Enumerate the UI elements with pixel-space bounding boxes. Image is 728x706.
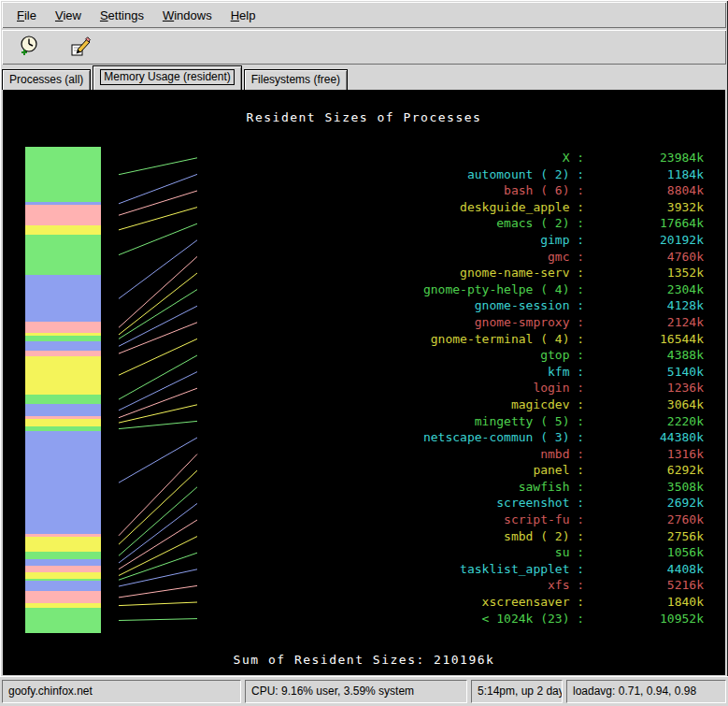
separator: : [570,266,592,280]
connector-line [119,273,197,335]
process-row: gnome-pty-helpe ( 4) : 2304k [411,281,704,298]
process-row: su : 1056k [411,544,704,561]
bar-segment [25,322,101,333]
process-name: gimp [411,232,570,249]
process-row: < 1024k (23) : 10952k [411,611,704,627]
process-row: panel : 6292k [411,462,704,479]
process-name: < 1024k (23) [411,611,570,627]
memory-usage-panel: Resident Sizes of Processes X : 23984kau… [3,90,725,675]
process-row: bash ( 6) : 8804k [411,182,704,199]
bar-segment [25,566,101,572]
bar-segment [25,581,101,591]
process-size: 10952k [592,611,704,627]
process-name: X [411,150,570,166]
separator: : [570,282,592,296]
stacked-bar [25,147,101,633]
menu-item-help[interactable]: Help [221,6,265,25]
edit-button[interactable] [65,34,97,62]
menu-item-file[interactable]: File [7,6,46,25]
connector-line [119,569,197,586]
connector-line [119,223,197,254]
process-row: gnome-smproxy : 2124k [411,314,704,331]
tab-memory-usage-resident[interactable]: Memory Usage (resident) [93,65,241,90]
connector-line [119,208,197,230]
process-row: mingetty ( 5) : 2220k [411,413,704,430]
bar-segment [25,404,101,416]
status-bar: goofy.chinfox.net CPU: 9.16% user, 3.59%… [0,676,728,706]
menu-item-settings[interactable]: Settings [91,6,153,25]
process-name: bash ( 6) [411,182,570,199]
separator: : [570,496,592,510]
process-row: gimp : 20192k [411,232,704,249]
gtop-window: FileViewSettingsWindowsHelp [0,0,728,706]
separator: : [570,298,592,312]
process-size: 1056k [592,544,704,561]
separator: : [570,430,592,444]
process-row: netscape-commun ( 3) : 44380k [411,429,704,446]
process-size: 16544k [592,331,704,348]
process-name: deskguide_apple [411,199,570,216]
separator: : [570,414,592,428]
tab-processes-all[interactable]: Processes (all) [2,69,91,90]
separator: : [570,183,592,197]
menu-item-windows[interactable]: Windows [153,6,221,25]
bar-segment [25,591,101,603]
process-size: 2756k [592,528,704,545]
timer-button[interactable] [13,34,45,62]
bar-segment [25,395,101,405]
separator: : [570,545,592,559]
bar-segment [25,419,101,426]
process-name: gnome-name-serv [411,265,570,281]
bar-segment [25,356,101,395]
connector-line [119,290,197,339]
bar-segment [25,235,101,276]
connector-line [119,602,197,606]
tab-filesystems-free[interactable]: Filesystems (free) [244,69,348,90]
connector-line [119,323,197,353]
uptime-panel: 5:14pm, up 2 days [471,680,563,703]
process-size: 4388k [592,347,704,364]
connector-lines [118,141,198,646]
hostname-panel: goofy.chinfox.net [2,680,241,703]
process-size: 20192k [592,232,704,249]
process-name: panel [411,462,570,479]
separator: : [570,529,592,543]
separator: : [570,348,592,362]
process-size: 6292k [592,462,704,479]
process-row: gnome-terminal ( 4) : 16544k [411,331,704,348]
process-size: 2304k [592,281,704,298]
process-name: kfm [411,364,570,381]
process-row: magicdev : 3064k [411,396,704,413]
sum-label: Sum of Resident Sizes: 210196k [3,653,725,667]
process-size: 4408k [592,561,704,578]
connector-line [119,520,197,569]
connector-line [119,619,197,621]
connector-line [119,585,197,598]
menu-item-view[interactable]: View [46,6,91,25]
separator: : [570,332,592,346]
separator: : [570,562,592,576]
process-name: mingetty ( 5) [411,413,570,430]
process-size: 8804k [592,182,704,199]
connector-line [119,339,197,375]
separator: : [570,167,592,181]
process-name: emacs ( 2) [411,215,570,232]
bar-segment [25,608,101,633]
process-name: automount ( 2) [411,166,570,183]
process-row: tasklist_applet : 4408k [411,561,704,578]
connector-line [119,421,197,428]
process-name: gtop [411,347,570,364]
process-row: gmc : 4760k [411,249,704,266]
connector-line [119,174,197,203]
connector-line [119,553,197,580]
process-size: 1316k [592,446,704,463]
edit-icon [70,35,93,60]
separator: : [570,480,592,494]
tab-label: Processes (all) [9,73,83,86]
process-row: gnome-name-serv : 1352k [411,265,704,281]
process-row: emacs ( 2) : 17664k [411,215,704,232]
timer-icon [18,35,40,60]
process-name: script-fu [411,511,570,528]
process-size: 3932k [592,199,704,216]
process-row: screenshot : 2692k [411,495,704,511]
